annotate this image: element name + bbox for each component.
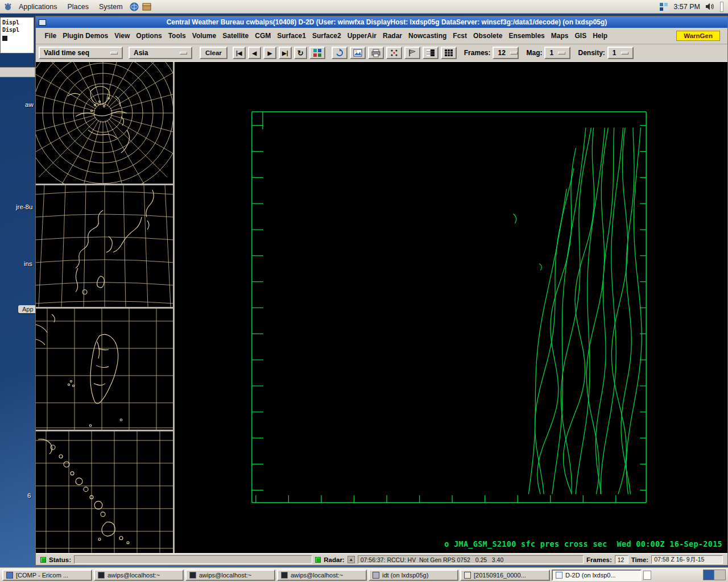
valid-time-option-menu[interactable]: Valid time seq	[39, 47, 123, 59]
menu-fcst[interactable]: Fcst	[450, 30, 470, 42]
desktop-icon-label[interactable]: ins	[24, 260, 32, 267]
density-label: Density:	[578, 49, 605, 57]
map-panel-taiwan[interactable]	[36, 309, 173, 432]
workspace-cell[interactable]	[704, 570, 714, 580]
package-launcher-icon[interactable]	[142, 2, 152, 12]
image-properties-button[interactable]	[350, 47, 366, 59]
menubar: FilePlugin DemosViewOptionsToolsVolumeSa…	[36, 28, 727, 44]
menu-obsolete[interactable]: Obsolete	[470, 30, 506, 42]
gnome-top-panel: Applications Places System 3:57 PM	[0, 0, 728, 14]
frames-value: 12	[498, 49, 505, 57]
status-field	[74, 555, 312, 564]
menu-maps[interactable]: Maps	[548, 30, 572, 42]
taskbar-button-label: idt (on lxdsp05g)	[382, 572, 428, 579]
clock[interactable]: 3:57 PM	[673, 3, 700, 11]
panel-edge-applet[interactable]	[720, 2, 723, 12]
flag-icon	[408, 48, 417, 57]
menu-volume[interactable]: Volume	[189, 30, 219, 42]
menu-upperair[interactable]: UpperAir	[344, 30, 379, 42]
window-icon	[281, 572, 288, 579]
menu-surface2[interactable]: Surface2	[309, 30, 344, 42]
mag-label: Mag:	[526, 49, 542, 57]
volume-icon[interactable]	[705, 2, 715, 11]
cross-section-plot	[175, 62, 727, 553]
main-display[interactable]: o JMA_GSM_S2100 sfc pres cross sec Wed 0…	[175, 62, 727, 553]
step-forward-button[interactable]: ▶	[263, 47, 276, 59]
taskbar-button[interactable]: awips@localhost:~	[94, 569, 184, 581]
step-back-button[interactable]: ◀	[248, 47, 261, 59]
time-label: Time:	[631, 556, 648, 563]
taskbar-button[interactable]: [20150916_0000...	[460, 569, 550, 581]
baseline-button[interactable]	[404, 47, 420, 59]
menu-cgm[interactable]: CGM	[252, 30, 274, 42]
desktop-icon-label[interactable]: 6	[27, 492, 31, 499]
warngen-button[interactable]: WarnGen	[676, 31, 720, 41]
menu-satellite[interactable]: Satellite	[220, 30, 252, 42]
grid-icon	[444, 48, 453, 57]
image-combine-button[interactable]	[309, 47, 325, 59]
background-window-icon	[2, 36, 7, 41]
applications-menu[interactable]: Applications	[15, 2, 61, 12]
loop-button[interactable]: ↻	[294, 47, 307, 59]
menu-help[interactable]: Help	[590, 30, 611, 42]
places-menu[interactable]: Places	[63, 2, 93, 12]
scale-map-panels	[36, 62, 175, 553]
status-label: Status:	[49, 556, 71, 563]
taskbar-button[interactable]: D-2D (on lxdsp0...	[552, 569, 642, 581]
taskbar-button-label: awips@localhost:~	[107, 572, 160, 579]
radar-alert-icon[interactable]: ▲	[348, 556, 355, 563]
window-icon	[464, 572, 471, 579]
browser-launcher-icon[interactable]	[129, 2, 139, 12]
taskbar-button[interactable]: awips@localhost:~	[277, 569, 367, 581]
frames-label: Frames:	[464, 49, 491, 57]
menu-radar[interactable]: Radar	[380, 30, 406, 42]
window-menu-icon[interactable]	[39, 19, 46, 26]
menu-file[interactable]: File	[42, 30, 60, 42]
taskbar-button[interactable]: idt (on lxdsp05g)	[369, 569, 458, 581]
map-panel-polar[interactable]	[36, 62, 173, 185]
menu-ensembles[interactable]: Ensembles	[506, 30, 548, 42]
multi-panel-button[interactable]	[441, 47, 457, 59]
background-window-field	[0, 67, 35, 77]
system-menu[interactable]: System	[95, 2, 127, 12]
last-frame-button[interactable]: ▶|	[279, 47, 292, 59]
notes-applet-icon[interactable]	[643, 571, 651, 580]
option-dash-icon	[110, 52, 118, 55]
mag-option-menu[interactable]: 1	[544, 47, 570, 59]
taskbar-button[interactable]: awips@localhost:~	[185, 569, 275, 581]
window-icon	[556, 572, 562, 579]
density-option-menu[interactable]: 1	[607, 47, 634, 59]
workspace-cell[interactable]	[714, 570, 725, 580]
half-grid-icon	[426, 48, 435, 57]
menu-view[interactable]: View	[111, 30, 133, 42]
points-button[interactable]	[386, 47, 402, 59]
menu-surface1[interactable]: Surface1	[274, 30, 309, 42]
first-frame-button[interactable]: |◀	[233, 47, 246, 59]
titlebar[interactable]: Central Weather Bureau cwbalps(10408) D-…	[36, 16, 727, 28]
clear-button[interactable]: Clear	[200, 47, 228, 59]
area-option-menu[interactable]: Asia	[129, 47, 192, 59]
refresh-loop-button[interactable]	[332, 47, 348, 59]
desktop-icon-label[interactable]: jre-8u	[16, 203, 32, 210]
menu-gis[interactable]: GIS	[572, 30, 590, 42]
taskbar: [COMP - Ericom ...awips@localhost:~awips…	[0, 567, 728, 582]
option-dash-icon	[180, 52, 187, 55]
menu-plugin-demos[interactable]: Plugin Demos	[60, 30, 111, 42]
menu-options[interactable]: Options	[133, 30, 165, 42]
split-panel-button[interactable]	[423, 47, 439, 59]
window-icon	[98, 572, 105, 579]
polar-map-svg	[36, 62, 173, 184]
desktop-icon-label[interactable]: aw	[25, 101, 34, 108]
map-panel-asia[interactable]	[36, 185, 173, 309]
menu-nowcasting[interactable]: Nowcasting	[406, 30, 450, 42]
map-panel-islands[interactable]	[36, 431, 173, 553]
print-button[interactable]	[368, 47, 384, 59]
workspace-switcher[interactable]	[703, 569, 726, 580]
menu-tools[interactable]: Tools	[165, 30, 189, 42]
desktop-icon-label[interactable]: App	[18, 305, 38, 313]
frames-option-menu[interactable]: 12	[493, 47, 519, 59]
radar-label: Radar:	[324, 556, 344, 563]
taskbar-button[interactable]: [COMP - Ericom ...	[2, 569, 92, 581]
background-window[interactable]: Displ Displ	[0, 17, 34, 53]
tray-app-icon[interactable]	[659, 2, 668, 11]
